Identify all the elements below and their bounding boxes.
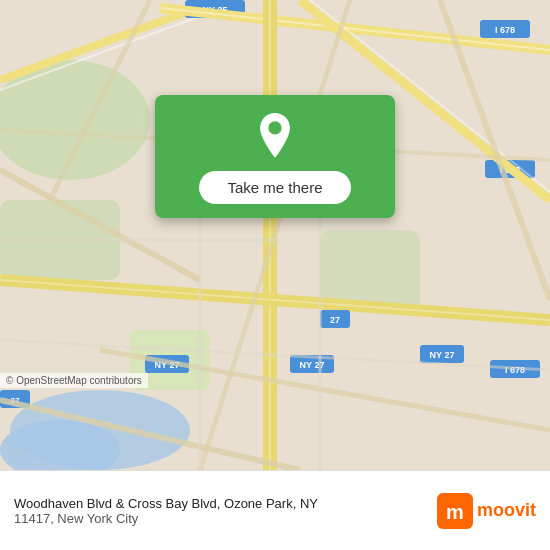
svg-text:I 678: I 678 xyxy=(495,25,515,35)
svg-text:27: 27 xyxy=(330,315,340,325)
svg-text:NY 27: NY 27 xyxy=(430,350,455,360)
map-container: NY 25 I 678 I 678 I 678 NY 27 NY 27 NY 2… xyxy=(0,0,550,470)
address-line1: Woodhaven Blvd & Cross Bay Blvd, Ozone P… xyxy=(14,496,427,511)
take-me-there-button[interactable]: Take me there xyxy=(199,171,350,204)
map-svg: NY 25 I 678 I 678 I 678 NY 27 NY 27 NY 2… xyxy=(0,0,550,470)
svg-point-46 xyxy=(268,121,281,134)
address-block: Woodhaven Blvd & Cross Bay Blvd, Ozone P… xyxy=(14,496,427,526)
copyright-text: © OpenStreetMap contributors xyxy=(6,375,142,386)
svg-text:m: m xyxy=(446,501,464,523)
moovit-text: moovit xyxy=(477,500,536,521)
moovit-icon: m xyxy=(437,493,473,529)
moovit-logo: m moovit xyxy=(437,493,536,529)
svg-rect-3 xyxy=(320,230,420,310)
bottom-bar: Woodhaven Blvd & Cross Bay Blvd, Ozone P… xyxy=(0,470,550,550)
address-line2: 11417, New York City xyxy=(14,511,427,526)
copyright-bar: © OpenStreetMap contributors xyxy=(0,373,148,388)
pin-icon xyxy=(251,113,299,161)
location-card: Take me there xyxy=(155,95,395,218)
